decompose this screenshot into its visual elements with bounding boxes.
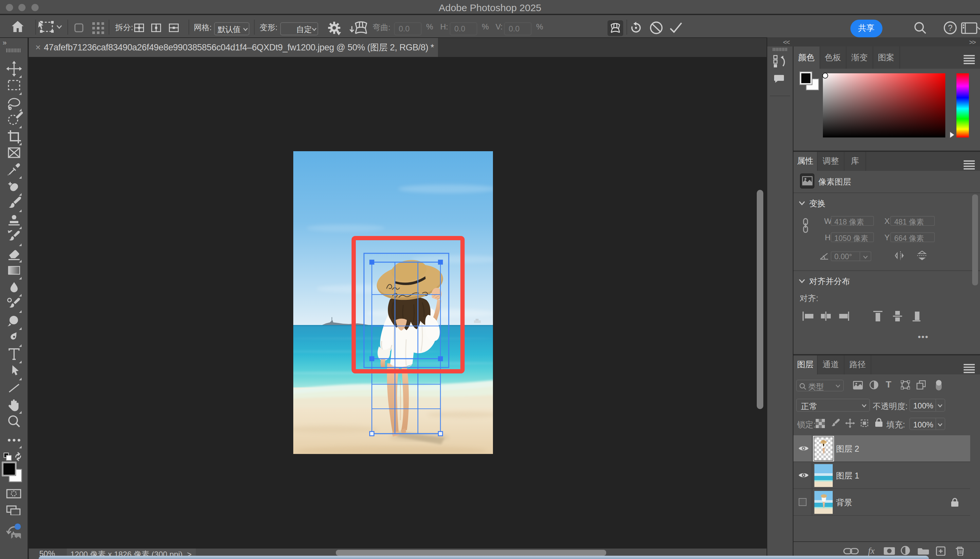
svg-text:fx: fx: [868, 546, 875, 556]
svg-text:?: ?: [948, 23, 952, 32]
